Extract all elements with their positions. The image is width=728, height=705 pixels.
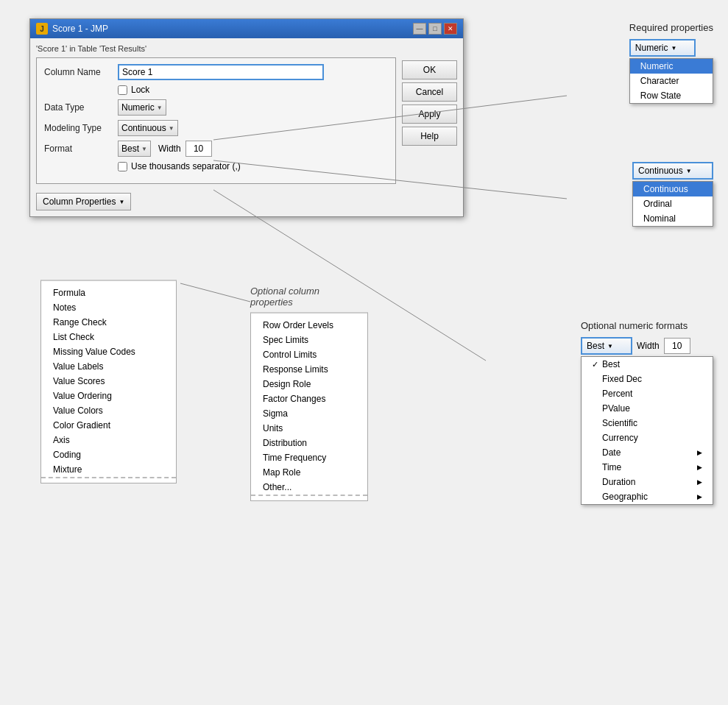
opt-col-distribution[interactable]: Distribution	[251, 436, 367, 450]
column-name-input[interactable]	[118, 64, 324, 80]
opt-col-other[interactable]: Other...	[251, 480, 367, 496]
num-width-input[interactable]	[664, 338, 690, 354]
data-type-row: Data Type Numeric ▼	[44, 99, 388, 116]
opt-col-factor-changes[interactable]: Factor Changes	[251, 392, 367, 406]
opt-col-control-limits[interactable]: Control Limits	[251, 347, 367, 362]
continuous-type-dropdown[interactable]: Continuous ▼	[632, 162, 713, 180]
format-percent-option[interactable]: Percent	[582, 386, 713, 401]
app-icon: J	[36, 23, 48, 35]
col-prop-mixture[interactable]: Mixture	[41, 462, 176, 478]
opt-col-time-frequency[interactable]: Time Frequency	[251, 450, 367, 465]
format-scientific-option[interactable]: Scientific	[582, 416, 713, 431]
column-name-row: Column Name	[44, 64, 388, 80]
type-rowstate-option[interactable]: Row State	[630, 88, 713, 103]
thousands-sep-row: Use thousands separator (,)	[44, 161, 388, 171]
ok-button[interactable]: OK	[402, 60, 457, 79]
section-label: 'Score 1' in Table 'Test Results'	[36, 44, 457, 53]
modeling-ordinal-option[interactable]: Ordinal	[633, 196, 713, 211]
action-buttons: OK Cancel Apply Help	[402, 57, 457, 210]
opt-col-row-order-levels[interactable]: Row Order Levels	[251, 318, 367, 333]
numeric-format-arrow-icon: ▼	[607, 343, 613, 350]
data-type-menu: Numeric Character Row State	[629, 58, 713, 104]
optional-col-props-label: Optional columnproperties	[250, 286, 368, 308]
col-prop-range-check[interactable]: Range Check	[41, 315, 176, 330]
best-checkmark: ✓	[592, 360, 602, 369]
opt-col-map-role[interactable]: Map Role	[251, 465, 367, 480]
format-fixeddec-option[interactable]: Fixed Dec	[582, 372, 713, 386]
modeling-continuous-option[interactable]: Continuous	[633, 182, 713, 196]
continuous-dropdown-arrow-icon: ▼	[686, 168, 692, 174]
form-area: Column Name Lock Data Type Numeric ▼	[36, 57, 396, 210]
col-prop-list-check[interactable]: List Check	[41, 330, 176, 344]
data-type-label: Data Type	[44, 102, 118, 113]
format-dropdown[interactable]: Best ▼	[118, 141, 151, 157]
format-duration-option[interactable]: Duration ▶	[582, 475, 713, 489]
format-geographic-option[interactable]: Geographic ▶	[582, 489, 713, 504]
main-dialog: J Score 1 - JMP — □ ✕ 'Score 1' in Table…	[29, 18, 464, 217]
format-scientific-label: Scientific	[602, 418, 637, 428]
modeling-type-dropdown[interactable]: Continuous ▼	[118, 120, 178, 136]
type-character-option[interactable]: Character	[630, 74, 713, 88]
format-best-option[interactable]: ✓ Best	[582, 357, 713, 372]
title-bar: J Score 1 - JMP — □ ✕	[30, 19, 463, 38]
col-prop-value-ordering[interactable]: Value Ordering	[41, 389, 176, 403]
opt-col-units[interactable]: Units	[251, 421, 367, 436]
format-date-label: Date	[602, 447, 621, 458]
format-percent-label: Percent	[602, 389, 632, 399]
format-time-option[interactable]: Time ▶	[582, 460, 713, 475]
required-props-title: Required properties	[629, 22, 713, 33]
minimize-button[interactable]: —	[413, 23, 426, 35]
date-submenu-arrow-icon: ▶	[697, 449, 702, 456]
data-type-arrow-icon: ▼	[157, 104, 163, 111]
col-prop-coding[interactable]: Coding	[41, 447, 176, 462]
opt-col-spec-limits[interactable]: Spec Limits	[251, 333, 367, 347]
modeling-type-row: Modeling Type Continuous ▼	[44, 120, 388, 136]
cancel-button[interactable]: Cancel	[402, 82, 457, 102]
dialog-body: 'Score 1' in Table 'Test Results' Column…	[30, 38, 463, 216]
type-numeric-option[interactable]: Numeric	[630, 59, 713, 74]
format-currency-option[interactable]: Currency	[582, 431, 713, 445]
close-button[interactable]: ✕	[444, 23, 457, 35]
format-date-option[interactable]: Date ▶	[582, 445, 713, 460]
width-input[interactable]	[185, 141, 212, 157]
lock-checkbox[interactable]	[118, 85, 127, 95]
numeric-dropdown-arrow-icon: ▼	[671, 45, 676, 52]
opt-col-design-role[interactable]: Design Role	[251, 377, 367, 392]
numeric-type-dropdown[interactable]: Numeric ▼	[629, 39, 696, 57]
modeling-nominal-option[interactable]: Nominal	[633, 211, 713, 226]
col-prop-value-colors[interactable]: Value Colors	[41, 403, 176, 418]
numeric-format-dropdown[interactable]: Best ▼	[581, 337, 632, 355]
opt-col-sigma[interactable]: Sigma	[251, 406, 367, 421]
format-fixeddec-label: Fixed Dec	[602, 374, 642, 384]
opt-col-response-limits[interactable]: Response Limits	[251, 362, 367, 377]
optional-col-props-annotation: Optional columnproperties Row Order Leve…	[250, 286, 368, 501]
continuous-section: Continuous ▼ Continuous Ordinal Nominal	[632, 162, 713, 227]
format-value: Best	[121, 144, 139, 154]
maximize-button[interactable]: □	[428, 23, 442, 35]
format-controls: Best ▼ Width	[118, 141, 212, 157]
title-controls: — □ ✕	[413, 23, 457, 35]
modeling-type-label: Modeling Type	[44, 123, 118, 133]
modeling-type-arrow-icon: ▼	[169, 125, 174, 132]
data-type-value: Numeric	[121, 102, 155, 113]
help-button[interactable]: Help	[402, 127, 457, 146]
column-props-arrow-icon: ▼	[119, 199, 124, 205]
col-prop-missing-value-codes[interactable]: Missing Value Codes	[41, 344, 176, 359]
col-prop-value-scores[interactable]: Value Scores	[41, 374, 176, 389]
col-prop-color-gradient[interactable]: Color Gradient	[41, 418, 176, 433]
column-props-label: Column Properties	[43, 196, 116, 207]
svg-line-3	[180, 283, 250, 302]
fieldset-group: Column Name Lock Data Type Numeric ▼	[36, 57, 396, 184]
format-pvalue-option[interactable]: PValue	[582, 401, 713, 416]
col-prop-axis[interactable]: Axis	[41, 433, 176, 447]
thousands-sep-label: Use thousands separator (,)	[131, 161, 241, 171]
apply-button[interactable]: Apply	[402, 104, 457, 124]
col-prop-value-labels[interactable]: Value Labels	[41, 359, 176, 374]
col-props-list: Formula Notes Range Check List Check Mis…	[40, 280, 177, 483]
col-prop-formula[interactable]: Formula	[41, 286, 176, 300]
thousands-sep-checkbox[interactable]	[118, 162, 127, 171]
data-type-dropdown[interactable]: Numeric ▼	[118, 99, 166, 116]
format-label: Format	[44, 144, 118, 154]
column-properties-button[interactable]: Column Properties ▼	[36, 193, 131, 210]
col-prop-notes[interactable]: Notes	[41, 300, 176, 315]
